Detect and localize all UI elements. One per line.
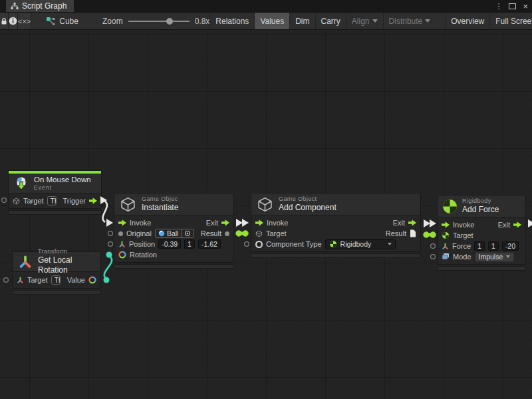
node-get-local-rotation[interactable]: Transform Get Local Rotation Target This (12, 251, 101, 295)
port-label-original: Original (126, 229, 152, 237)
graph-context-breadcrumb[interactable]: Cube (46, 13, 78, 29)
result-port-icon[interactable] (225, 231, 229, 236)
flow-in-port[interactable] (442, 221, 450, 228)
object-port-icon[interactable] (118, 231, 123, 236)
component-type-dropdown[interactable]: Rigidbody (325, 239, 396, 249)
zoom-label: Zoom (102, 17, 123, 26)
distribute-label: Distribute (389, 17, 423, 26)
node-category: Transform (38, 248, 95, 255)
carry-button[interactable]: Carry (315, 13, 346, 29)
node-footer (8, 210, 102, 215)
flow-out-port[interactable] (408, 219, 416, 226)
graph-toolbar: <×> Cube Zoom 0.8x Relations Values Dim … (0, 12, 532, 30)
wire-result-to-target-addcomponent (236, 231, 248, 236)
force-x-input[interactable]: 1 (474, 241, 485, 251)
mouse-down-icon (14, 176, 29, 191)
wire-value-to-rotation (104, 252, 112, 283)
port-label-target: Target (23, 197, 44, 205)
graph-canvas[interactable]: On Mouse Down Event Target This (0, 30, 532, 399)
distribute-button[interactable]: Distribute (383, 13, 436, 29)
port-label-target: Target (453, 231, 473, 239)
position-x-input[interactable]: -0.39 (158, 239, 181, 249)
flow-out-port[interactable] (89, 198, 97, 204)
tab-script-graph[interactable]: Script Graph (6, 0, 74, 12)
force-mode-icon (442, 253, 450, 261)
node-title: Add Component (279, 203, 336, 213)
flow-out-port[interactable] (221, 219, 229, 226)
zoom-control: Zoom 0.8x (102, 13, 209, 29)
chevron-down-icon (425, 19, 430, 23)
node-category: Rigidbody (462, 198, 499, 205)
overview-button[interactable]: Overview (445, 13, 489, 29)
wire-exit-to-invoke-addforce (424, 219, 436, 227)
wire-exit-to-invoke-addcomponent (236, 219, 249, 227)
port-label-exit: Exit (206, 219, 218, 227)
zoom-slider-handle[interactable] (166, 18, 173, 25)
port-label-invoke: Invoke (267, 219, 288, 227)
port-label-target: Target (266, 229, 287, 237)
node-title: Get Local Rotation (38, 255, 95, 275)
info-button[interactable] (9, 13, 18, 29)
node-add-component[interactable]: Game Object Add Component Invoke Exit (251, 193, 421, 258)
chip-value: This (51, 197, 57, 205)
window-close-icon[interactable]: × (523, 2, 528, 11)
force-mode-dropdown[interactable]: Impulse (475, 252, 515, 262)
align-button[interactable]: Align (346, 13, 383, 29)
zoom-value: 0.8x (195, 17, 210, 26)
transform-icon (17, 277, 24, 284)
node-category: Game Objec (142, 196, 178, 203)
node-add-force[interactable]: Rigidbody Add Force Invoke Exit Target (437, 195, 526, 271)
port-label-exit: Exit (498, 221, 510, 229)
force-z-input[interactable]: -20 (502, 241, 519, 251)
wire-exit-clipped (528, 219, 532, 227)
tab-label: Script Graph (22, 1, 66, 11)
component-result-icon[interactable] (410, 229, 416, 237)
rotation-value-port[interactable] (88, 276, 96, 284)
dropdown-value: Impulse (479, 253, 503, 261)
port-label-rotation: Rotation (130, 251, 157, 259)
chevron-down-icon (506, 255, 510, 258)
graph-hierarchy-icon (11, 2, 19, 10)
node-title: On Mouse Down (34, 175, 91, 184)
chip-value: This (55, 276, 61, 284)
window-menu-icon[interactable]: ⋮ (495, 3, 502, 10)
flow-in-port[interactable] (255, 219, 263, 226)
relations-button[interactable]: Relations (209, 13, 254, 29)
object-picker-icon (184, 230, 191, 237)
code-view-button[interactable]: <×> (18, 13, 31, 29)
lock-button[interactable] (0, 13, 9, 29)
type-port-icon[interactable] (255, 241, 263, 248)
flow-in-port[interactable] (118, 219, 126, 226)
node-on-mouse-down[interactable]: On Mouse Down Event Target This (8, 170, 102, 215)
port-label-target: Target (27, 276, 48, 284)
values-button[interactable]: Values (254, 13, 289, 29)
node-title: Add Force (462, 205, 499, 215)
port-label-force: Force (452, 242, 471, 250)
node-instantiate[interactable]: Game Objec Instantiate Invoke Exit Ori (114, 193, 234, 269)
node-title: Instantiate (142, 203, 178, 213)
rigidbody-icon (329, 240, 337, 248)
lock-icon (0, 17, 8, 25)
game-object-icon (257, 196, 273, 213)
port-label-invoke: Invoke (130, 219, 151, 227)
dim-button[interactable]: Dim (289, 13, 315, 29)
port-label-mode: Mode (453, 253, 471, 261)
zoom-slider[interactable] (128, 18, 190, 25)
port-label-value: Value (67, 276, 85, 284)
position-z-input[interactable]: -1.62 (198, 239, 221, 249)
port-label-component-type: Component Type (266, 240, 322, 248)
flow-out-port[interactable] (513, 221, 521, 228)
force-y-input[interactable]: 1 (488, 241, 499, 251)
fullscreen-button[interactable]: Full Screen (489, 13, 532, 29)
game-object-icon (255, 230, 263, 237)
target-this-chip[interactable]: This (47, 196, 57, 205)
zoom-slider-track (128, 21, 190, 22)
position-y-input[interactable]: 1 (184, 239, 195, 249)
original-ball-chip[interactable]: Ball (155, 229, 194, 238)
wire-result-to-target-addforce (424, 232, 436, 237)
port-label-result: Result (386, 229, 406, 237)
align-label: Align (352, 17, 370, 26)
target-this-chip[interactable]: This (51, 275, 61, 285)
rigidbody-icon (442, 198, 458, 215)
window-maximize-icon[interactable] (509, 3, 516, 9)
